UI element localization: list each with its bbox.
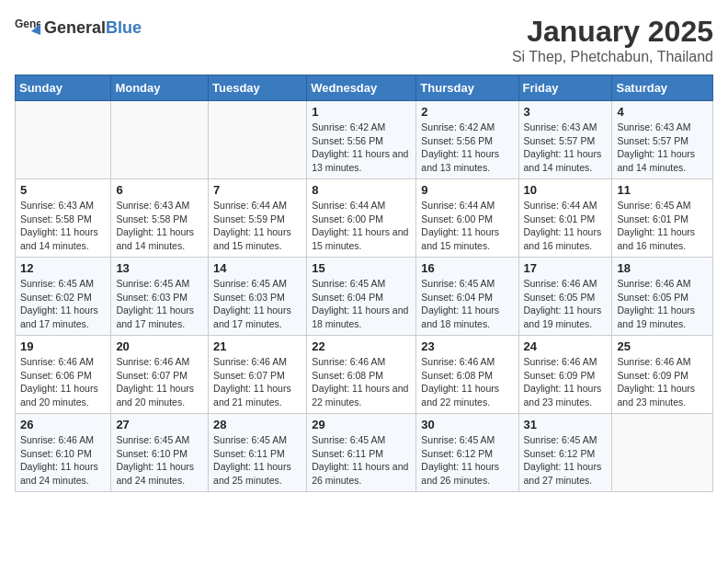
calendar-cell: 8Sunrise: 6:44 AMSunset: 6:00 PMDaylight… bbox=[307, 179, 416, 258]
day-info: Sunrise: 6:46 AMSunset: 6:07 PMDaylight:… bbox=[116, 355, 203, 409]
calendar-cell: 3Sunrise: 6:43 AMSunset: 5:57 PMDaylight… bbox=[518, 101, 612, 179]
weekday-header-row: SundayMondayTuesdayWednesdayThursdayFrid… bbox=[16, 75, 713, 101]
calendar-cell: 13Sunrise: 6:45 AMSunset: 6:03 PMDayligh… bbox=[111, 258, 209, 336]
day-info: Sunrise: 6:44 AMSunset: 6:01 PMDaylight:… bbox=[524, 199, 608, 253]
calendar-cell: 18Sunrise: 6:46 AMSunset: 6:05 PMDayligh… bbox=[612, 258, 713, 336]
day-info: Sunrise: 6:45 AMSunset: 6:04 PMDaylight:… bbox=[421, 277, 513, 331]
calendar-cell: 5Sunrise: 6:43 AMSunset: 5:58 PMDaylight… bbox=[16, 179, 111, 258]
day-info: Sunrise: 6:44 AMSunset: 5:59 PMDaylight:… bbox=[213, 199, 301, 253]
day-number: 15 bbox=[312, 261, 411, 275]
day-number: 7 bbox=[213, 183, 301, 197]
calendar-cell: 2Sunrise: 6:42 AMSunset: 5:56 PMDaylight… bbox=[416, 101, 518, 179]
day-number: 12 bbox=[20, 261, 106, 275]
calendar-cell bbox=[16, 101, 111, 179]
calendar-cell: 20Sunrise: 6:46 AMSunset: 6:07 PMDayligh… bbox=[111, 336, 209, 414]
page-header: General GeneralBlue January 2025 Si Thep… bbox=[15, 15, 713, 65]
day-number: 16 bbox=[421, 261, 513, 275]
day-number: 14 bbox=[213, 261, 301, 275]
calendar-cell: 19Sunrise: 6:46 AMSunset: 6:06 PMDayligh… bbox=[16, 336, 111, 414]
day-number: 3 bbox=[524, 105, 608, 119]
day-info: Sunrise: 6:43 AMSunset: 5:57 PMDaylight:… bbox=[524, 121, 608, 175]
calendar-cell: 29Sunrise: 6:45 AMSunset: 6:11 PMDayligh… bbox=[307, 414, 416, 492]
weekday-wednesday: Wednesday bbox=[307, 75, 416, 101]
day-info: Sunrise: 6:43 AMSunset: 5:58 PMDaylight:… bbox=[20, 199, 106, 253]
calendar-cell bbox=[612, 414, 713, 492]
day-number: 2 bbox=[421, 105, 513, 119]
day-number: 30 bbox=[421, 418, 513, 431]
logo-icon: General bbox=[15, 15, 40, 40]
calendar-cell: 9Sunrise: 6:44 AMSunset: 6:00 PMDaylight… bbox=[416, 179, 518, 258]
day-info: Sunrise: 6:46 AMSunset: 6:05 PMDaylight:… bbox=[524, 277, 608, 331]
weekday-sunday: Sunday bbox=[16, 75, 111, 101]
day-info: Sunrise: 6:45 AMSunset: 6:10 PMDaylight:… bbox=[116, 433, 203, 488]
day-info: Sunrise: 6:44 AMSunset: 6:00 PMDaylight:… bbox=[421, 199, 513, 253]
calendar-cell: 17Sunrise: 6:46 AMSunset: 6:05 PMDayligh… bbox=[518, 258, 612, 336]
calendar-cell: 31Sunrise: 6:45 AMSunset: 6:12 PMDayligh… bbox=[518, 414, 612, 492]
calendar-week-2: 5Sunrise: 6:43 AMSunset: 5:58 PMDaylight… bbox=[16, 179, 713, 258]
calendar-cell bbox=[111, 101, 209, 179]
calendar-cell: 25Sunrise: 6:46 AMSunset: 6:09 PMDayligh… bbox=[612, 336, 713, 414]
day-number: 23 bbox=[421, 339, 513, 353]
day-number: 31 bbox=[524, 418, 608, 431]
calendar-cell: 24Sunrise: 6:46 AMSunset: 6:09 PMDayligh… bbox=[518, 336, 612, 414]
day-info: Sunrise: 6:45 AMSunset: 6:11 PMDaylight:… bbox=[312, 433, 411, 488]
day-info: Sunrise: 6:46 AMSunset: 6:09 PMDaylight:… bbox=[617, 355, 708, 409]
day-info: Sunrise: 6:43 AMSunset: 5:58 PMDaylight:… bbox=[116, 199, 203, 253]
logo-blue-text: Blue bbox=[106, 18, 142, 37]
day-info: Sunrise: 6:45 AMSunset: 6:02 PMDaylight:… bbox=[20, 277, 106, 331]
day-info: Sunrise: 6:45 AMSunset: 6:03 PMDaylight:… bbox=[116, 277, 203, 331]
day-info: Sunrise: 6:45 AMSunset: 6:03 PMDaylight:… bbox=[213, 277, 301, 331]
calendar-cell: 7Sunrise: 6:44 AMSunset: 5:59 PMDaylight… bbox=[209, 179, 307, 258]
day-info: Sunrise: 6:46 AMSunset: 6:07 PMDaylight:… bbox=[213, 355, 301, 409]
day-number: 6 bbox=[116, 183, 203, 197]
day-number: 21 bbox=[213, 339, 301, 353]
day-number: 13 bbox=[116, 261, 203, 275]
day-number: 1 bbox=[312, 105, 411, 119]
day-number: 9 bbox=[421, 183, 513, 197]
weekday-saturday: Saturday bbox=[612, 75, 713, 101]
calendar-cell: 10Sunrise: 6:44 AMSunset: 6:01 PMDayligh… bbox=[518, 179, 612, 258]
calendar-cell: 1Sunrise: 6:42 AMSunset: 5:56 PMDaylight… bbox=[307, 101, 416, 179]
day-number: 20 bbox=[116, 339, 203, 353]
weekday-friday: Friday bbox=[518, 75, 612, 101]
calendar-cell: 16Sunrise: 6:45 AMSunset: 6:04 PMDayligh… bbox=[416, 258, 518, 336]
calendar-cell: 6Sunrise: 6:43 AMSunset: 5:58 PMDaylight… bbox=[111, 179, 209, 258]
day-number: 11 bbox=[617, 183, 708, 197]
calendar-cell: 14Sunrise: 6:45 AMSunset: 6:03 PMDayligh… bbox=[209, 258, 307, 336]
day-number: 26 bbox=[20, 418, 106, 431]
day-info: Sunrise: 6:45 AMSunset: 6:11 PMDaylight:… bbox=[213, 433, 301, 488]
calendar-cell: 30Sunrise: 6:45 AMSunset: 6:12 PMDayligh… bbox=[416, 414, 518, 492]
calendar-cell: 21Sunrise: 6:46 AMSunset: 6:07 PMDayligh… bbox=[209, 336, 307, 414]
day-number: 27 bbox=[116, 418, 203, 431]
day-info: Sunrise: 6:46 AMSunset: 6:06 PMDaylight:… bbox=[20, 355, 106, 409]
calendar-header: SundayMondayTuesdayWednesdayThursdayFrid… bbox=[16, 75, 713, 101]
day-number: 5 bbox=[20, 183, 106, 197]
day-info: Sunrise: 6:46 AMSunset: 6:08 PMDaylight:… bbox=[312, 355, 411, 409]
day-number: 4 bbox=[617, 105, 708, 119]
calendar-cell: 23Sunrise: 6:46 AMSunset: 6:08 PMDayligh… bbox=[416, 336, 518, 414]
calendar-week-4: 19Sunrise: 6:46 AMSunset: 6:06 PMDayligh… bbox=[16, 336, 713, 414]
day-info: Sunrise: 6:45 AMSunset: 6:12 PMDaylight:… bbox=[421, 433, 513, 488]
calendar-cell: 15Sunrise: 6:45 AMSunset: 6:04 PMDayligh… bbox=[307, 258, 416, 336]
calendar-table: SundayMondayTuesdayWednesdayThursdayFrid… bbox=[15, 75, 713, 492]
day-info: Sunrise: 6:43 AMSunset: 5:57 PMDaylight:… bbox=[617, 121, 708, 175]
day-info: Sunrise: 6:45 AMSunset: 6:01 PMDaylight:… bbox=[617, 199, 708, 253]
day-number: 24 bbox=[524, 339, 608, 353]
weekday-monday: Monday bbox=[111, 75, 209, 101]
day-number: 10 bbox=[524, 183, 608, 197]
day-number: 18 bbox=[617, 261, 708, 275]
calendar-week-1: 1Sunrise: 6:42 AMSunset: 5:56 PMDaylight… bbox=[16, 101, 713, 179]
weekday-tuesday: Tuesday bbox=[209, 75, 307, 101]
day-info: Sunrise: 6:46 AMSunset: 6:05 PMDaylight:… bbox=[617, 277, 708, 331]
day-info: Sunrise: 6:42 AMSunset: 5:56 PMDaylight:… bbox=[421, 121, 513, 175]
calendar-cell bbox=[209, 101, 307, 179]
calendar-cell: 22Sunrise: 6:46 AMSunset: 6:08 PMDayligh… bbox=[307, 336, 416, 414]
day-number: 22 bbox=[312, 339, 411, 353]
calendar-cell: 4Sunrise: 6:43 AMSunset: 5:57 PMDaylight… bbox=[612, 101, 713, 179]
day-info: Sunrise: 6:45 AMSunset: 6:04 PMDaylight:… bbox=[312, 277, 411, 331]
calendar-cell: 27Sunrise: 6:45 AMSunset: 6:10 PMDayligh… bbox=[111, 414, 209, 492]
calendar-title: January 2025 bbox=[512, 15, 713, 49]
day-number: 8 bbox=[312, 183, 411, 197]
day-info: Sunrise: 6:46 AMSunset: 6:10 PMDaylight:… bbox=[20, 433, 106, 488]
day-info: Sunrise: 6:42 AMSunset: 5:56 PMDaylight:… bbox=[312, 121, 411, 175]
